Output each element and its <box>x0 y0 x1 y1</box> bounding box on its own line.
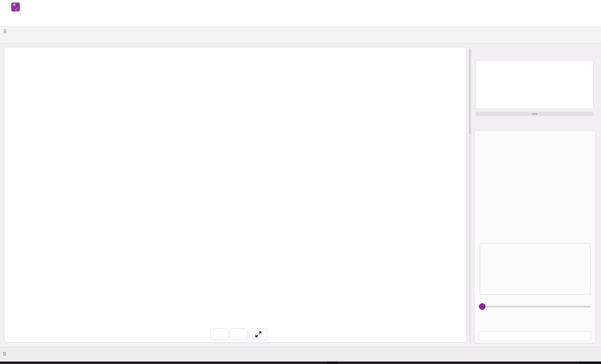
title-bar: ✳☾ <box>0 0 601 14</box>
statusbar-drag-handle[interactable]: ⠿ <box>3 351 7 357</box>
toolbar-drag-handle[interactable]: ⠿ <box>3 30 8 33</box>
aspect-grid <box>5 203 132 323</box>
declination-scale <box>66 103 91 181</box>
reset-button[interactable] <box>479 331 591 341</box>
sidebar-tabs <box>476 117 594 128</box>
panel-splitter[interactable] <box>469 47 471 342</box>
dynamics-panel <box>474 130 596 343</box>
toolbar: ⠿ <box>0 26 601 43</box>
close-button[interactable] <box>579 0 598 12</box>
expand-icon <box>254 330 262 338</box>
apply-dynamics-group <box>480 243 591 295</box>
app-logo-icon: ✳☾ <box>11 2 20 11</box>
time-slider-knob[interactable] <box>479 303 486 310</box>
maximize-button[interactable] <box>557 0 575 12</box>
zodiac-wheel[interactable] <box>97 58 350 310</box>
status-bar: ⠿ <box>0 347 601 362</box>
taskbar-strip <box>0 362 601 364</box>
time-slider[interactable] <box>478 306 591 307</box>
fit-view-button[interactable] <box>249 328 268 340</box>
session-chart-list[interactable] <box>475 61 594 109</box>
zoom-out-button[interactable] <box>230 328 248 340</box>
session-splitter[interactable] <box>475 112 594 116</box>
menu-bar <box>0 14 601 26</box>
zoom-in-button[interactable] <box>210 328 229 340</box>
minimize-button[interactable] <box>535 0 553 12</box>
